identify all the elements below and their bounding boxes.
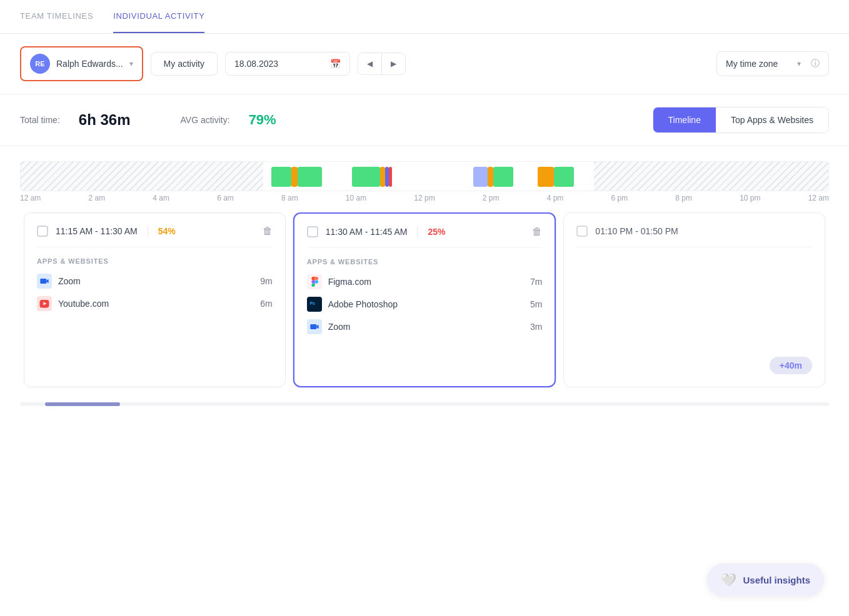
card-activity-2: 25% [428, 227, 445, 237]
app-time-youtube-1: 6m [260, 299, 272, 309]
my-activity-button[interactable]: My activity [151, 52, 218, 76]
svg-marker-1 [46, 279, 48, 284]
card-activity-1: 54% [158, 226, 176, 236]
timezone-selector[interactable]: My time zone ▾ ⓘ [716, 51, 829, 76]
youtube-icon [37, 296, 52, 311]
chevron-down-icon: ▾ [129, 59, 133, 68]
activity-block [298, 167, 322, 187]
timeline-label-2pm: 2 pm [483, 194, 500, 202]
date-picker[interactable]: 18.08.2023 📅 [225, 52, 350, 76]
timeline-label-12am-end: 12 am [808, 194, 829, 202]
timeline-label-4pm: 4 pm [547, 194, 564, 202]
svg-rect-0 [40, 279, 46, 284]
card-time-1: 11:15 AM - 11:30 AM [56, 226, 138, 236]
svg-text:Ps: Ps [309, 301, 314, 306]
timeline-label-10am: 10 am [346, 194, 366, 202]
card-header-3: 01:10 PM - 01:50 PM [576, 226, 812, 247]
scrollbar-thumb[interactable] [45, 402, 120, 406]
heart-icon: 🤍 [721, 572, 736, 587]
inactive-region-left [21, 162, 263, 191]
timeline-section: 12 am 2 am 4 am 6 am 8 am 10 am 12 pm 2 … [0, 146, 849, 212]
user-selector[interactable]: RE Ralph Edwards... ▾ [20, 46, 143, 81]
app-time-photoshop: 5m [530, 299, 542, 309]
inactive-region-right [594, 162, 828, 191]
apps-label-2: APPS & WEBSITES [307, 258, 543, 266]
app-name-photoshop: Adobe Photoshop [328, 299, 524, 309]
timeline-label-8am: 8 am [281, 194, 298, 202]
prev-date-button[interactable]: ◀ [358, 53, 382, 74]
avg-activity-value: 79% [249, 112, 276, 128]
timezone-label: My time zone [726, 59, 778, 69]
calendar-icon: 📅 [330, 59, 341, 69]
activity-block [389, 167, 392, 187]
card-divider-2 [417, 227, 418, 237]
app-name-zoom-2: Zoom [328, 322, 524, 332]
svg-point-2 [314, 280, 318, 283]
activity-card-2: 11:30 AM - 11:45 AM 25% 🗑 APPS & WEBSITE… [293, 212, 556, 387]
timeline-bar [20, 161, 829, 191]
svg-rect-4 [310, 324, 316, 329]
card-checkbox-2[interactable] [307, 226, 318, 237]
view-toggle: Timeline Top Apps & Websites [653, 107, 829, 133]
activity-block [473, 167, 488, 187]
tab-individual-activity[interactable]: INDIVIDUAL ACTIVITY [113, 0, 204, 33]
apps-label-1: APPS & WEBSITES [37, 257, 273, 265]
app-item-youtube-1: Youtube.com 6m [37, 296, 273, 311]
activity-block [493, 167, 513, 187]
avatar: RE [30, 54, 50, 74]
timeline-label-4am: 4 am [153, 194, 169, 202]
stats-bar: Total time: 6h 36m AVG activity: 79% Tim… [0, 94, 849, 146]
insights-label: Useful insights [743, 575, 810, 585]
photoshop-icon: Ps [307, 297, 322, 312]
cards-container: 11:15 AM - 11:30 AM 54% 🗑 APPS & WEBSITE… [0, 212, 849, 395]
timeline-label-6am: 6 am [217, 194, 234, 202]
activity-card-3: 01:10 PM - 01:50 PM +40m [563, 212, 825, 387]
app-item-photoshop: Ps Adobe Photoshop 5m [307, 297, 543, 312]
app-time-zoom-2: 3m [530, 322, 542, 332]
chevron-down-icon: ▾ [797, 59, 801, 68]
activity-card-1: 11:15 AM - 11:30 AM 54% 🗑 APPS & WEBSITE… [24, 212, 286, 387]
card-checkbox-1[interactable] [37, 226, 48, 237]
useful-insights-button[interactable]: 🤍 Useful insights [707, 564, 824, 596]
avg-activity-label: AVG activity: [181, 115, 230, 125]
zoom-icon-2 [307, 319, 322, 334]
timeline-label-6pm: 6 pm [611, 194, 628, 202]
app-time-figma: 7m [530, 277, 542, 287]
info-icon: ⓘ [811, 58, 820, 69]
timeline-label-12pm: 12 pm [414, 194, 435, 202]
timeline-track [21, 162, 828, 191]
app-item-zoom-1: Zoom 9m [37, 274, 273, 289]
timeline-label-12am-start: 12 am [20, 194, 41, 202]
top-apps-view-button[interactable]: Top Apps & Websites [716, 107, 828, 132]
date-navigation: ◀ ▶ [358, 52, 406, 75]
timeline-view-button[interactable]: Timeline [653, 107, 716, 132]
nav-tabs: TEAM TIMELINES INDIVIDUAL ACTIVITY [0, 0, 849, 34]
card-header-2: 11:30 AM - 11:45 AM 25% 🗑 [307, 226, 543, 248]
toolbar: RE Ralph Edwards... ▾ My activity 18.08.… [0, 34, 849, 94]
activity-block [291, 167, 298, 187]
app-name-zoom-1: Zoom [58, 276, 254, 286]
more-time-badge: +40m [770, 357, 812, 374]
activity-block [538, 167, 554, 187]
total-time-label: Total time: [20, 115, 60, 125]
date-value: 18.08.2023 [234, 59, 278, 69]
card-header-1: 11:15 AM - 11:30 AM 54% 🗑 [37, 226, 273, 247]
timeline-label-8pm: 8 pm [675, 194, 692, 202]
timeline-label-2am: 2 am [89, 194, 106, 202]
card-divider-1 [148, 226, 148, 236]
activity-block [271, 167, 291, 187]
delete-card-2-button[interactable]: 🗑 [532, 226, 542, 237]
activity-block [352, 167, 380, 187]
next-date-button[interactable]: ▶ [382, 53, 405, 74]
app-name-figma: Figma.com [328, 277, 524, 287]
card-checkbox-3[interactable] [576, 226, 588, 237]
scrollbar-track [20, 402, 829, 406]
delete-card-1-button[interactable]: 🗑 [263, 226, 273, 237]
user-name: Ralph Edwards... [56, 59, 123, 69]
activity-block [488, 167, 493, 187]
activity-block [554, 167, 574, 187]
timeline-labels: 12 am 2 am 4 am 6 am 8 am 10 am 12 pm 2 … [20, 191, 829, 212]
figma-icon [307, 274, 322, 289]
tab-team-timelines[interactable]: TEAM TIMELINES [20, 0, 93, 33]
card-time-2: 11:30 AM - 11:45 AM [326, 227, 408, 237]
